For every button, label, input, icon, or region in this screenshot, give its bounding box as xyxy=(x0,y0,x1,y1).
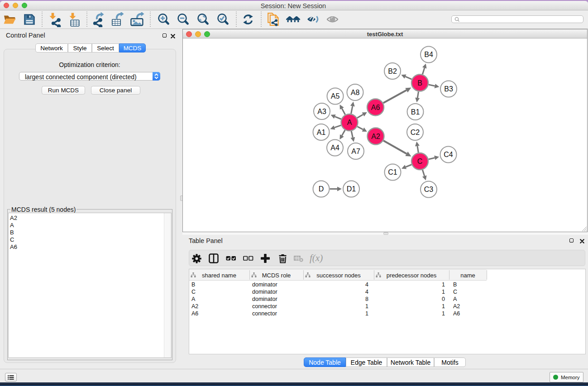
svg-text:B3: B3 xyxy=(444,85,453,93)
svg-text:A1: A1 xyxy=(317,129,326,136)
svg-text:A8: A8 xyxy=(351,89,360,96)
svg-text:B2: B2 xyxy=(388,67,397,75)
svg-text:A3: A3 xyxy=(317,108,326,115)
svg-text:C1: C1 xyxy=(388,168,397,176)
svg-text:D: D xyxy=(319,185,324,193)
svg-text:C4: C4 xyxy=(444,151,453,158)
svg-text:C3: C3 xyxy=(424,186,434,193)
svg-text:A: A xyxy=(347,119,352,126)
svg-text:A2: A2 xyxy=(371,133,380,140)
svg-text:A4: A4 xyxy=(330,144,339,152)
svg-text:D1: D1 xyxy=(347,185,356,193)
svg-text:A5: A5 xyxy=(331,92,340,100)
svg-text:A6: A6 xyxy=(371,104,380,111)
svg-text:C: C xyxy=(417,157,423,165)
svg-text:A7: A7 xyxy=(351,148,360,155)
svg-text:B4: B4 xyxy=(424,51,433,58)
svg-text:B: B xyxy=(417,79,422,87)
svg-text:C2: C2 xyxy=(411,129,420,136)
svg-text:B1: B1 xyxy=(411,108,420,116)
